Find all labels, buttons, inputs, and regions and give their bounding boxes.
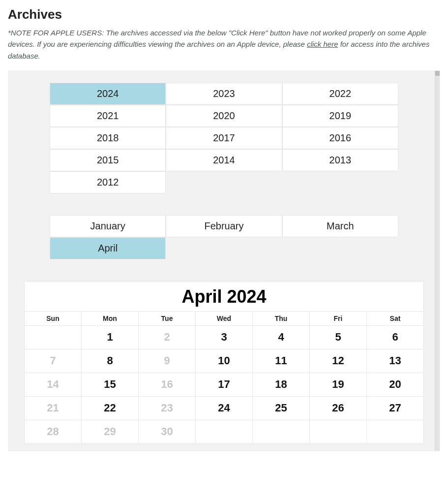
calendar-day-empty (196, 420, 253, 443)
month-cell[interactable]: April (50, 237, 166, 259)
calendar-body: 1234567891011121314151617181920212223242… (25, 325, 424, 443)
calendar-day[interactable]: 8 (82, 349, 139, 373)
calendar-day[interactable]: 19 (310, 373, 367, 396)
month-cell-empty (166, 237, 282, 259)
calendar-day[interactable]: 27 (367, 396, 424, 420)
calendar-day[interactable]: 1 (82, 325, 139, 349)
apple-note-link[interactable]: click here (307, 40, 338, 48)
calendar-day-empty (25, 325, 82, 349)
weekday-row: SunMonTueWedThuFriSat (25, 311, 424, 325)
month-cell[interactable]: February (166, 215, 282, 237)
year-picker: 2024202320222021202020192018201720162015… (50, 83, 398, 193)
calendar-day[interactable]: 6 (367, 325, 424, 349)
year-cell[interactable]: 2016 (282, 127, 398, 149)
calendar-day[interactable]: 24 (196, 396, 253, 420)
calendar-row: 14151617181920 (25, 373, 424, 396)
year-cell[interactable]: 2021 (50, 105, 166, 127)
month-picker: JanuaryFebruaryMarchApril (50, 215, 398, 259)
calendar-row: 78910111213 (25, 349, 424, 373)
year-cell[interactable]: 2024 (50, 83, 166, 105)
calendar-day[interactable]: 22 (82, 396, 139, 420)
calendar-day-disabled: 14 (25, 373, 82, 396)
year-cell-empty (166, 171, 282, 193)
calendar-day-disabled: 21 (25, 396, 82, 420)
year-cell[interactable]: 2014 (166, 149, 282, 171)
year-cell[interactable]: 2019 (282, 105, 398, 127)
year-cell[interactable]: 2012 (50, 171, 166, 193)
year-cell[interactable]: 2023 (166, 83, 282, 105)
calendar-day[interactable]: 18 (253, 373, 310, 396)
calendar-day[interactable]: 3 (196, 325, 253, 349)
weekday-header: Mon (82, 311, 139, 325)
calendar-day[interactable]: 11 (253, 349, 310, 373)
calendar-row: 282930 (25, 420, 424, 443)
year-cell[interactable]: 2015 (50, 149, 166, 171)
year-cell-empty (282, 171, 398, 193)
calendar-day-disabled: 29 (82, 420, 139, 443)
weekday-header: Wed (196, 311, 253, 325)
year-cell[interactable]: 2017 (166, 127, 282, 149)
calendar-day-empty (310, 420, 367, 443)
calendar-caption: April 2024 (24, 281, 424, 311)
calendar-day[interactable]: 25 (253, 396, 310, 420)
page-title: Archives (8, 7, 440, 22)
calendar-day-disabled: 23 (139, 396, 196, 420)
calendar-day[interactable]: 17 (196, 373, 253, 396)
calendar-day[interactable]: 5 (310, 325, 367, 349)
scrollbar[interactable] (435, 71, 440, 451)
calendar-row: 21222324252627 (25, 396, 424, 420)
calendar-day[interactable]: 13 (367, 349, 424, 373)
year-cell[interactable]: 2020 (166, 105, 282, 127)
calendar-day-disabled: 28 (25, 420, 82, 443)
calendar: April 2024 SunMonTueWedThuFriSat 1234567… (24, 281, 424, 444)
month-cell[interactable]: January (50, 215, 166, 237)
calendar-day-disabled: 2 (139, 325, 196, 349)
month-cell-empty (282, 237, 398, 259)
calendar-wrap: April 2024 SunMonTueWedThuFriSat 1234567… (24, 281, 424, 444)
calendar-day-disabled: 30 (139, 420, 196, 443)
calendar-day[interactable]: 12 (310, 349, 367, 373)
weekday-header: Sun (25, 311, 82, 325)
weekday-header: Sat (367, 311, 424, 325)
calendar-day-empty (253, 420, 310, 443)
calendar-day[interactable]: 15 (82, 373, 139, 396)
year-cell[interactable]: 2013 (282, 149, 398, 171)
calendar-day-empty (367, 420, 424, 443)
month-cell[interactable]: March (282, 215, 398, 237)
calendar-day[interactable]: 26 (310, 396, 367, 420)
archives-panel: 2024202320222021202020192018201720162015… (8, 70, 440, 451)
weekday-header: Tue (139, 311, 196, 325)
calendar-row: 123456 (25, 325, 424, 349)
calendar-day-disabled: 7 (25, 349, 82, 373)
calendar-day-disabled: 9 (139, 349, 196, 373)
calendar-day[interactable]: 10 (196, 349, 253, 373)
year-cell[interactable]: 2022 (282, 83, 398, 105)
apple-note: *NOTE FOR APPLE USERS: The archives acce… (8, 27, 440, 62)
weekday-header: Thu (253, 311, 310, 325)
calendar-day-disabled: 16 (139, 373, 196, 396)
year-cell[interactable]: 2018 (50, 127, 166, 149)
weekday-header: Fri (310, 311, 367, 325)
calendar-day[interactable]: 20 (367, 373, 424, 396)
calendar-day[interactable]: 4 (253, 325, 310, 349)
